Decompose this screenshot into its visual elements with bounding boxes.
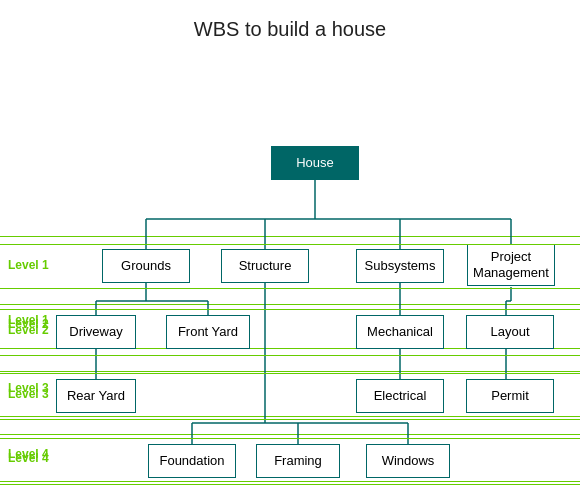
line-level4-bot bbox=[0, 484, 580, 485]
node-electrical: Electrical bbox=[356, 379, 444, 413]
node-mechanical: Mechanical bbox=[356, 315, 444, 349]
line-level3-top bbox=[0, 373, 580, 374]
line-level1-top bbox=[0, 244, 580, 245]
page-title: WBS to build a house bbox=[0, 0, 580, 51]
level4-top-stripe bbox=[0, 434, 580, 435]
label-level1: Level 1 bbox=[8, 258, 49, 272]
node-rearyard: Rear Yard bbox=[56, 379, 136, 413]
diagram-area: Level 1 Level 2 Level 3 Level 4 bbox=[0, 51, 580, 491]
node-structure: Structure bbox=[221, 249, 309, 283]
level3-top-stripe bbox=[0, 371, 580, 372]
node-projmgmt: ProjectManagement bbox=[467, 244, 555, 286]
node-framing: Framing bbox=[256, 444, 340, 478]
node-house: House bbox=[271, 146, 359, 180]
node-windows: Windows bbox=[366, 444, 450, 478]
label-level4: Level 4 bbox=[8, 451, 49, 465]
node-layout: Layout bbox=[466, 315, 554, 349]
node-foundation: Foundation bbox=[148, 444, 236, 478]
level1-stripe bbox=[0, 236, 580, 237]
label-level3: Level 3 bbox=[8, 387, 49, 401]
node-permit: Permit bbox=[466, 379, 554, 413]
line-level2-bot bbox=[0, 355, 580, 356]
line-level3-bot bbox=[0, 419, 580, 420]
line-level2-top bbox=[0, 309, 580, 310]
level3-bot-stripe bbox=[0, 416, 580, 417]
line-level4-top bbox=[0, 438, 580, 439]
node-driveway: Driveway bbox=[56, 315, 136, 349]
line-level1-bot bbox=[0, 288, 580, 289]
level4-bot-stripe bbox=[0, 481, 580, 482]
label-level2: Level 2 bbox=[8, 323, 49, 337]
level2-top-stripe bbox=[0, 304, 580, 305]
node-frontyard: Front Yard bbox=[166, 315, 250, 349]
node-subsystems: Subsystems bbox=[356, 249, 444, 283]
node-grounds: Grounds bbox=[102, 249, 190, 283]
